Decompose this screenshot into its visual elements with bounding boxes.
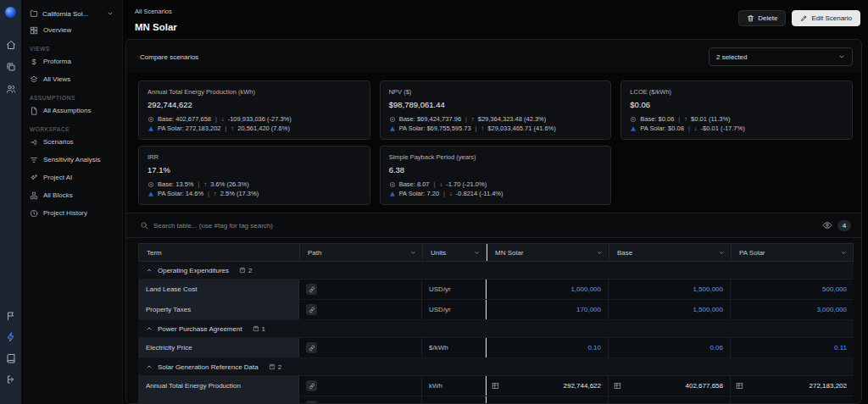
table-group-solar-generation-reference-data[interactable]: Solar Generation Reference Data 2 [138,358,854,376]
kpi-value: 17.1% [147,165,361,174]
sidebar-item-all-views[interactable]: All Views [28,70,115,88]
column-header-pa-solar[interactable]: PA Solar [732,244,853,261]
hidden-columns-count-badge[interactable]: 4 [837,220,851,231]
scenario-select-value: 2 selected [716,53,747,61]
search-input[interactable] [153,222,817,230]
pa-solar-value-cell[interactable]: 3,000,000 [731,300,854,319]
base-target-icon [630,116,637,123]
pa-solar-triangle-icon [389,125,396,132]
sidebar-item-overview[interactable]: Overview [28,21,115,39]
pa-solar-triangle-icon [147,125,154,132]
path-cell [299,279,422,299]
home-icon[interactable] [6,40,16,50]
eye-icon[interactable] [822,220,832,230]
mn-solar-value-cell[interactable]: 170,000 [486,300,609,319]
sidebar-section-assumptions: ASSUMPTIONS [28,95,115,101]
projects-icon[interactable] [6,62,16,72]
term-cell: Property Taxes [138,300,299,319]
pa-solar-value-cell[interactable]: 272,183,202 [731,376,854,396]
path-link-chip[interactable] [306,304,317,315]
separator: | [198,180,201,189]
icon-rail [0,0,21,404]
scenario-select[interactable]: 2 selected [709,47,853,66]
column-header-mn-solar[interactable]: MN Solar [487,244,609,261]
pa-solar-value-cell[interactable]: 0.11 [731,338,854,357]
breadcrumb[interactable]: All Scenarios [135,8,177,15]
path-link-chip[interactable] [306,342,317,353]
box-icon [239,267,246,274]
term-cell: Electricity Price [138,338,299,357]
base-target-icon [147,116,154,123]
sidebar-item-project-history[interactable]: Project History [28,204,115,222]
kpi-pa-delta: 2.5% (17.3%) [220,189,259,198]
zap-icon[interactable] [6,332,16,342]
separator: | [214,114,218,124]
column-header-path[interactable]: Path [300,244,423,261]
separator: | [465,114,468,124]
group-label: Power Purchase Agreement [158,325,242,333]
logout-icon[interactable] [6,374,16,385]
matrix-table-icon [614,382,621,390]
path-link-chip[interactable] [306,284,317,295]
table-row[interactable]: Land Lease Cost USD/yr 1,000,000 1,500,0… [138,279,854,300]
kpi-card-lcoe: LCOE ($/kWh) $0.06 Base: $0.06 | ↑ $0.01… [620,80,853,140]
mn-solar-value-cell[interactable]: 0.10 [486,338,609,357]
trend-arrow-icon: ↑ [214,189,217,198]
column-header-units[interactable]: Units [423,244,487,261]
kpi-base-row: Base: 13.5% | ↑ 3.6% (26.3%) [147,180,361,189]
base-value-cell[interactable]: 402,677,658 [609,396,731,403]
path-link-chip[interactable] [306,380,317,391]
flag-icon[interactable] [6,311,16,321]
blocks-icon [30,191,38,200]
pa-solar-value-cell[interactable]: 272,183,202 [731,396,854,403]
kpi-pa-delta: 20,561,420 (7.6%) [237,124,290,133]
base-value-cell[interactable]: 402,677,658 [609,376,731,396]
column-header-base[interactable]: Base [609,244,732,261]
kpi-base-value: Base: 13.5% [158,180,194,189]
base-value-cell[interactable]: 1,500,000 [609,300,731,319]
kpi-title: NPV ($) [389,88,603,96]
chevron-up-icon [146,325,153,332]
table-row[interactable]: Property Taxes USD/yr 170,000 1,500,000 … [138,300,854,320]
kpi-base-row: Base: $0.06 | ↑ $0.01 (11.3%) [630,114,843,124]
group-count: 2 [269,363,281,371]
mn-solar-value-cell[interactable]: 1,000,000 [486,279,609,299]
units-cell: USD/yr [422,279,486,299]
table-row[interactable]: Annual Total Energy Production kWh 292,7… [138,376,854,396]
project-selector[interactable]: California Sol... [28,8,115,21]
sidebar-item-project-ai[interactable]: Project AI [28,169,115,186]
mn-solar-value-cell[interactable]: 292,744,622 [486,396,609,403]
sidebar-item-all-assumptions[interactable]: All Assumptions [28,102,115,119]
table-row[interactable]: Electricity Price $/kWh 0.10 0.06 0.11 [138,338,854,358]
base-value-cell[interactable]: 0.06 [609,338,731,357]
sidebar-item-scenarios[interactable]: Scenarios [28,133,115,151]
pa-solar-value-cell[interactable]: 500,000 [731,279,854,299]
kpi-section: Annual Total Energy Production (kWh) 292… [126,74,861,213]
base-value-cell[interactable]: 1,500,000 [609,279,731,299]
table-group-power-purchase-agreement[interactable]: Power Purchase Agreement 1 [138,320,854,338]
path-link-chip[interactable] [306,401,317,403]
edit-scenario-button[interactable]: Edit Scenario [792,10,860,26]
table-row[interactable]: Monthly Generation Profile kWh 292,744,6… [138,396,854,403]
group-count: 1 [253,325,265,333]
file-icon [30,107,38,115]
app-logo-icon[interactable] [5,7,16,18]
sidebar-item-proforma[interactable]: $ Proforma [28,53,115,70]
sidebar-item-all-blocks[interactable]: All Blocks [28,186,115,204]
kpi-pa-value: PA Solar: 14.6% [158,189,203,198]
docs-icon[interactable] [6,353,16,363]
sidebar-item-sensitivity-analysis[interactable]: Sensitivity Analysis [28,151,115,169]
units-cell: kWh [422,396,486,403]
kpi-base-row: Base: $69,424,737.96 | ↑ $29,364,323.48 … [389,114,603,124]
mn-solar-value-cell[interactable]: 292,744,622 [486,376,609,396]
kpi-value: 292,744,622 [147,100,361,109]
kpi-card-energy-production: Annual Total Energy Production (kWh) 292… [138,80,370,140]
filter-icon [30,156,38,164]
project-name: California Sol... [42,10,103,18]
column-header-term[interactable]: Term [139,244,300,261]
branch-icon [30,138,38,147]
users-icon[interactable] [6,84,16,94]
delete-button[interactable]: Delete [738,10,786,26]
table-group-operating-expenditures[interactable]: Operating Expenditures 2 [138,262,854,279]
sidebar-item-label: All Views [43,75,70,83]
